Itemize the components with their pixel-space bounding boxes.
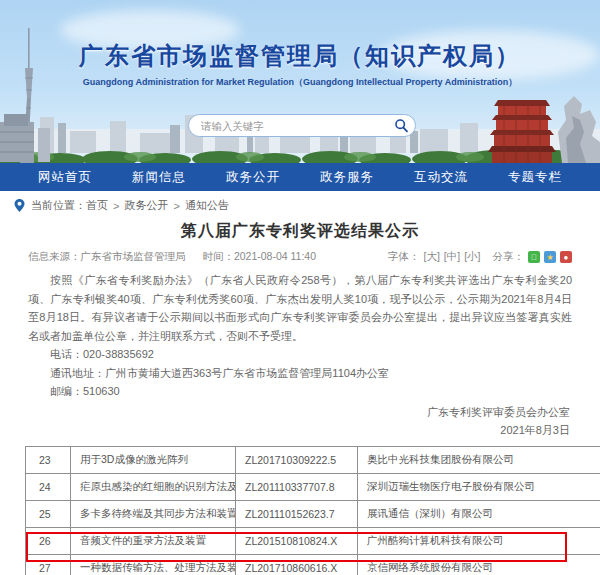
signature-block: 广东专利奖评审委员会办公室 2021年8月3日	[0, 401, 600, 440]
contact-postcode: 邮编：510630	[0, 382, 600, 401]
breadcrumb-label: 当前位置：	[31, 198, 86, 213]
zhenhai-tower-graphic	[486, 90, 558, 163]
breadcrumb: 当前位置： 首页 > 政务公开 > 通知公告	[0, 191, 600, 217]
cell-company: 展讯通信（深圳）有限公司	[358, 500, 600, 527]
article-source: 信息来源：广东省市场监督管理局	[28, 250, 186, 262]
site-title: 广东省市场监督管理局（知识产权局）	[0, 40, 600, 72]
site-banner: 广东省市场监督管理局（知识产权局） Guangdong Administrati…	[0, 0, 600, 163]
nav-item-interaction[interactable]: 互动交流	[414, 169, 468, 186]
breadcrumb-separator: >	[113, 200, 119, 212]
breadcrumb-link-home[interactable]: 首页	[86, 198, 108, 213]
site-subtitle-en: Guangdong Administration for Market Regu…	[0, 76, 600, 89]
cell-patent-title: 疟原虫感染的红细胞的识别方法及装置	[71, 473, 236, 500]
breadcrumb-link-notices[interactable]: 通知公告	[185, 198, 229, 213]
cell-patent-title: 一种数据传输方法、处理方法及装置	[71, 554, 236, 575]
cell-patent-number: ZL201710309222.5	[236, 446, 358, 473]
table-row: 25 多卡多待终端及其同步方法和装置 ZL201110152623.7 展讯通信…	[26, 500, 600, 527]
search-icon[interactable]	[394, 118, 409, 133]
breadcrumb-separator: >	[173, 200, 179, 212]
article-meta-bar: 信息来源：广东省市场监督管理局 时间：2021-08-04 11:40 字体： …	[0, 250, 600, 264]
contact-phone: 电话：020-38835692	[0, 345, 600, 364]
cell-patent-title: 音频文件的重录方法及装置	[71, 527, 236, 554]
cell-patent-number: ZL201110152623.7	[236, 500, 358, 527]
wechat-share-icon[interactable]: 	[528, 251, 540, 263]
signature-office: 广东专利奖评审委员会办公室	[30, 403, 570, 422]
font-size-medium-button[interactable]: [中]	[444, 250, 460, 264]
table-row: 27 一种数据传输方法、处理方法及装置 ZL201710860616.X 京信网…	[26, 554, 600, 575]
font-size-large-button[interactable]: [大]	[423, 250, 439, 264]
library-building-graphic	[0, 108, 60, 163]
signature-date: 2021年8月3日	[30, 421, 570, 440]
cell-patent-number: ZL201710860616.X	[236, 554, 358, 575]
table-row: 24 疟原虫感染的红细胞的识别方法及装置 ZL201110337707.8 深圳…	[26, 473, 600, 500]
cell-seq: 27	[26, 554, 71, 575]
nav-item-special-topics[interactable]: 专题专栏	[508, 169, 562, 186]
cell-patent-number: ZL201110337707.8	[236, 473, 358, 500]
cell-patent-title: 多卡多待终端及其同步方法和装置	[71, 500, 236, 527]
article-meta-left: 信息来源：广东省市场监督管理局 时间：2021-08-04 11:40	[28, 250, 330, 264]
search-bar[interactable]	[188, 114, 416, 137]
cell-patent-title: 用于3D成像的激光阵列	[71, 446, 236, 473]
nav-item-gov-services[interactable]: 政务服务	[320, 169, 374, 186]
font-size-label: 字体：	[388, 250, 420, 264]
table-row-highlighted: 26 音频文件的重录方法及装置 ZL201510810824.X 广州酷狗计算机…	[26, 527, 600, 554]
main-navigation: 网站首页 新闻信息 政务公开 政务服务 互动交流 专题专栏	[0, 163, 600, 191]
five-rams-statue-graphic	[552, 92, 600, 163]
location-pin-icon	[14, 199, 25, 212]
nav-item-news[interactable]: 新闻信息	[132, 169, 186, 186]
article-paragraph: 按照《广东省专利奖励办法》（广东省人民政府令258号），第八届广东专利奖共评选出…	[28, 271, 572, 345]
article-title: 第八届广东专利奖评选结果公示	[0, 221, 600, 242]
cell-company: 广州酷狗计算机科技有限公司	[358, 527, 600, 554]
cell-seq: 23	[26, 446, 71, 473]
article-meta-right: 字体： [大] [中] [小] 分享：  ★ ●	[388, 250, 572, 264]
share-label: 分享：	[493, 250, 525, 264]
award-results-table-wrap: 23 用于3D成像的激光阵列 ZL201710309222.5 奥比中光科技集团…	[25, 446, 600, 575]
search-input[interactable]	[201, 120, 394, 132]
cell-patent-number: ZL201510810824.X	[236, 527, 358, 554]
cell-seq: 25	[26, 500, 71, 527]
qzone-share-icon[interactable]: ★	[544, 251, 556, 263]
nav-item-home[interactable]: 网站首页	[38, 169, 92, 186]
cell-seq: 26	[26, 527, 71, 554]
table-row: 23 用于3D成像的激光阵列 ZL201710309222.5 奥比中光科技集团…	[26, 446, 600, 473]
cell-company: 奥比中光科技集团股份有限公司	[358, 446, 600, 473]
breadcrumb-link-gov-disclosure[interactable]: 政务公开	[124, 198, 168, 213]
cell-seq: 24	[26, 473, 71, 500]
award-results-table: 23 用于3D成像的激光阵列 ZL201710309222.5 奥比中光科技集团…	[25, 446, 600, 575]
font-size-small-button[interactable]: [小]	[464, 250, 480, 264]
nav-item-gov-disclosure[interactable]: 政务公开	[226, 169, 280, 186]
cell-company: 深圳迈瑞生物医疗电子股份有限公司	[358, 473, 600, 500]
contact-address: 通讯地址：广州市黄埔大道西363号广东省市场监督管理局1104办公室	[0, 364, 600, 383]
article-time: 时间：2021-08-04 11:40	[202, 250, 316, 262]
weibo-share-icon[interactable]: ●	[560, 251, 572, 263]
article-body: 按照《广东省专利奖励办法》（广东省人民政府令258号），第八届广东专利奖共评选出…	[0, 264, 600, 345]
cell-company: 京信网络系统股份有限公司	[358, 554, 600, 575]
